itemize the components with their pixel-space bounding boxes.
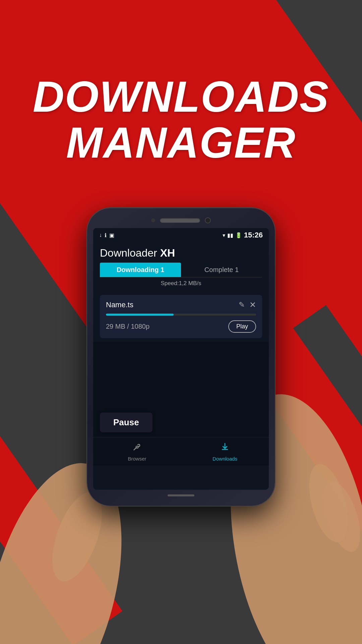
- signal-icon: ▮▮: [227, 232, 233, 238]
- download-status-icon: ↓: [99, 232, 102, 238]
- status-icons-right: ▾ ▮▮ 🔋 15:26: [223, 231, 263, 239]
- tab-complete[interactable]: Complete 1: [181, 263, 262, 277]
- phone-screen: ↓ ℹ ▣ ▾ ▮▮ 🔋 15:26 Downloader XH: [93, 228, 269, 490]
- phone-bottom-bar: [93, 490, 269, 500]
- status-time: 15:26: [244, 231, 263, 239]
- wifi-icon: ▾: [223, 232, 225, 238]
- status-bar: ↓ ℹ ▣ ▾ ▮▮ 🔋 15:26: [93, 228, 269, 242]
- downloads-label: Downloads: [213, 456, 237, 462]
- pause-button-area: Pause: [93, 409, 269, 437]
- nav-downloads[interactable]: Downloads: [181, 437, 269, 466]
- browser-label: Browser: [128, 456, 146, 462]
- bottom-nav: Browser Downloads: [93, 437, 269, 466]
- play-button[interactable]: Play: [228, 320, 256, 333]
- camera: [205, 217, 211, 223]
- close-icon[interactable]: ✕: [249, 300, 256, 310]
- download-item-footer: 29 MB / 1080p Play: [106, 320, 256, 333]
- app-title: Downloader XH: [100, 247, 262, 259]
- screen-dark-area: [93, 342, 269, 409]
- pause-button[interactable]: Pause: [100, 413, 153, 432]
- tab-bar: Downloading 1 Complete 1: [100, 263, 262, 277]
- download-item-header: Name.ts ✎ ✕: [106, 300, 256, 310]
- app-title-normal: Downloader: [100, 247, 160, 259]
- app-header: Downloader XH: [93, 242, 269, 263]
- home-indicator: [168, 494, 194, 496]
- title-area: DOWNLOADS MANAGER: [0, 74, 362, 165]
- progress-bar-container: [106, 314, 256, 316]
- browser-icon: [132, 442, 142, 454]
- download-actions: ✎ ✕: [239, 300, 256, 310]
- app-title-bold: XH: [160, 247, 175, 259]
- edit-icon[interactable]: ✎: [239, 301, 245, 309]
- speaker: [160, 218, 200, 223]
- progress-fill: [106, 314, 174, 316]
- sensor: [151, 218, 155, 222]
- status-icons-left: ↓ ℹ ▣: [99, 232, 114, 238]
- tab-downloading[interactable]: Downloading 1: [100, 263, 181, 277]
- downloads-nav-icon: [220, 442, 230, 454]
- info-status-icon: ℹ: [105, 232, 107, 238]
- download-item: Name.ts ✎ ✕ 29 MB / 1080p Play: [100, 295, 262, 338]
- speed-display: Speed:1,2 MB/s: [100, 277, 262, 291]
- phone-top-bar: [93, 214, 269, 228]
- download-filename: Name.ts: [106, 301, 133, 309]
- phone-body: ↓ ℹ ▣ ▾ ▮▮ 🔋 15:26 Downloader XH: [87, 208, 275, 506]
- battery-icon: 🔋: [235, 232, 242, 238]
- page-title-line2: MANAGER: [0, 120, 362, 166]
- page-title-line1: DOWNLOADS: [0, 74, 362, 120]
- phone-mockup: ↓ ℹ ▣ ▾ ▮▮ 🔋 15:26 Downloader XH: [87, 208, 275, 506]
- nav-browser[interactable]: Browser: [93, 437, 181, 466]
- file-info: 29 MB / 1080p: [106, 323, 149, 330]
- image-status-icon: ▣: [109, 232, 114, 238]
